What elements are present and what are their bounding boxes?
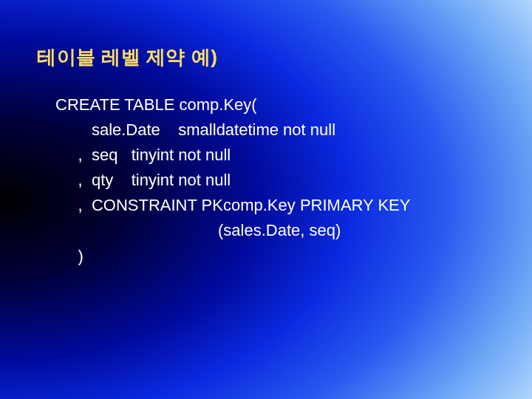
sql-code-block: CREATE TABLE comp.Key( sale.Date smallda… xyxy=(55,92,502,269)
slide: 테이블 레벨 제약 예) CREATE TABLE comp.Key( sale… xyxy=(0,0,532,399)
code-line: , CONSTRAINT PKcomp.Key PRIMARY KEY xyxy=(55,196,410,214)
code-line: CREATE TABLE comp.Key( xyxy=(55,95,257,114)
code-line: , seq tinyint not null xyxy=(55,146,231,164)
code-line: (sales.Date, seq) xyxy=(55,221,341,239)
code-line: sale.Date smalldatetime not null xyxy=(55,120,335,139)
slide-title: 테이블 레벨 제약 예) xyxy=(37,44,502,70)
code-line: ) xyxy=(55,247,83,265)
code-line: , qty tinyint not null xyxy=(55,171,231,189)
